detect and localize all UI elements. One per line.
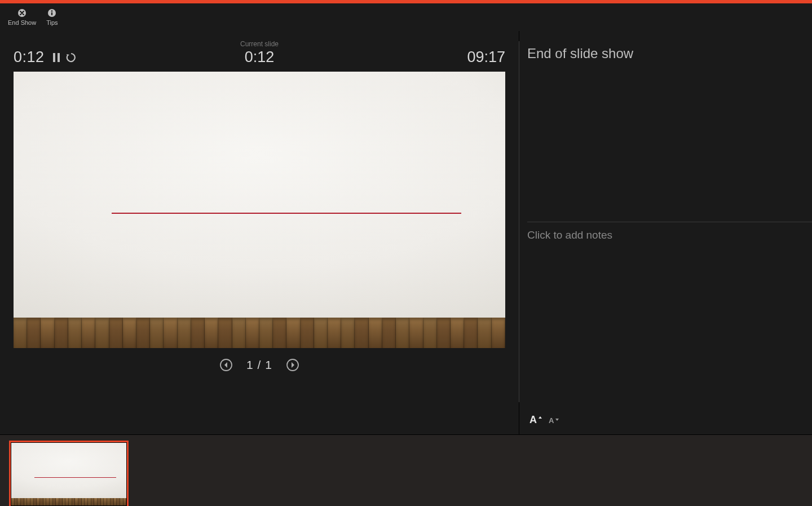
clock-time: 09:17: [467, 49, 505, 66]
slide-thumbnail[interactable]: 1: [9, 441, 129, 506]
prev-slide-button[interactable]: [218, 357, 234, 373]
info-circle-icon: [47, 8, 56, 17]
thumbnail-strip: 1: [0, 434, 812, 506]
current-slide-pane: 0:12 Current slide 0:12 09:17: [0, 31, 519, 434]
slide-floor: [14, 318, 505, 348]
font-decrease-icon: A: [549, 416, 559, 424]
end-show-button[interactable]: End Show: [8, 8, 36, 26]
tips-button[interactable]: Tips: [46, 8, 58, 26]
notes-font-controls: A A: [527, 408, 812, 424]
close-circle-icon: [17, 8, 27, 17]
current-slide-preview: [14, 72, 505, 348]
timer-row: 0:12 Current slide 0:12 09:17: [14, 38, 519, 66]
current-slide-timer-label: Current slide: [14, 40, 505, 48]
svg-point-2: [51, 10, 53, 12]
decrease-font-button[interactable]: A: [549, 416, 559, 424]
next-slide-title: End of slide show: [527, 46, 789, 61]
slide-background: [14, 72, 505, 348]
notes-placeholder: Click to add notes: [527, 229, 789, 241]
svg-text:A: A: [549, 416, 554, 424]
next-notes-pane: End of slide show Click to add notes A A: [519, 31, 812, 434]
end-show-label: End Show: [8, 19, 36, 26]
notes-area[interactable]: Click to add notes: [527, 222, 789, 408]
svg-rect-3: [51, 12, 52, 15]
thumbnail-frame: [9, 441, 129, 506]
slide-nav: 1 / 1: [14, 348, 505, 382]
font-increase-icon: A: [529, 414, 542, 424]
toolbar: End Show Tips: [0, 3, 812, 31]
tips-label: Tips: [46, 19, 58, 26]
slide-counter: 1 / 1: [246, 358, 272, 372]
presenter-main: 0:12 Current slide 0:12 09:17: [0, 31, 812, 434]
current-slide-timer: 0:12: [14, 48, 505, 66]
prev-icon: [219, 358, 233, 372]
next-slide-button[interactable]: [285, 357, 301, 373]
svg-text:A: A: [529, 414, 537, 424]
slide-divider-line: [112, 213, 461, 214]
thumbnail-content: [11, 443, 126, 505]
next-icon: [286, 358, 299, 372]
increase-font-button[interactable]: A: [529, 414, 542, 424]
